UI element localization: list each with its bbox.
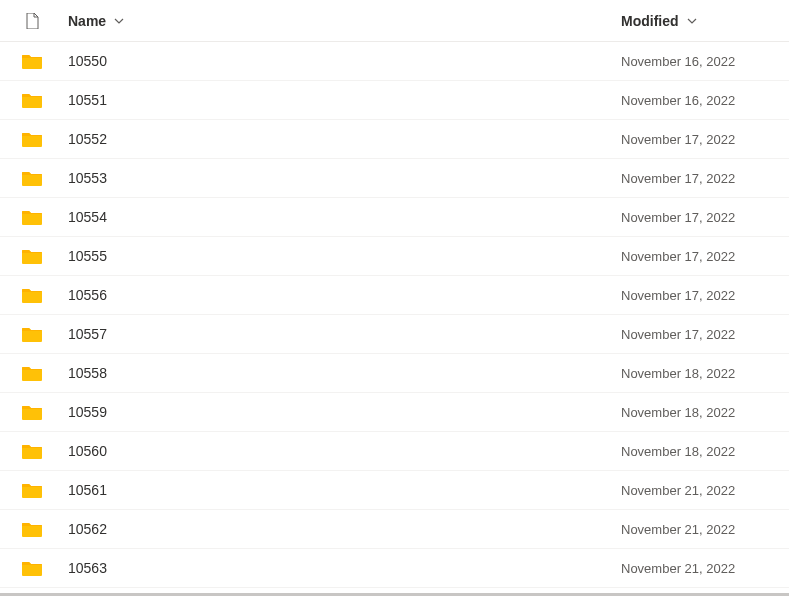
folder-name[interactable]: 10554 [56, 209, 621, 225]
folder-icon [8, 248, 56, 264]
modified-date: November 21, 2022 [621, 483, 781, 498]
folder-icon [8, 521, 56, 537]
table-row[interactable]: 10555November 17, 2022 [0, 237, 789, 276]
folder-icon [8, 404, 56, 420]
chevron-down-icon [687, 18, 697, 24]
folder-icon [8, 365, 56, 381]
folder-name[interactable]: 10560 [56, 443, 621, 459]
column-header-row: Name Modified [0, 0, 789, 42]
table-row[interactable]: 10562November 21, 2022 [0, 510, 789, 549]
folder-icon [8, 443, 56, 459]
folder-name[interactable]: 10556 [56, 287, 621, 303]
folder-name[interactable]: 10552 [56, 131, 621, 147]
table-row[interactable]: 10559November 18, 2022 [0, 393, 789, 432]
folder-icon [8, 482, 56, 498]
table-row[interactable]: 10561November 21, 2022 [0, 471, 789, 510]
modified-date: November 17, 2022 [621, 210, 781, 225]
modified-date: November 18, 2022 [621, 444, 781, 459]
folder-name[interactable]: 10550 [56, 53, 621, 69]
folder-icon [8, 209, 56, 225]
table-row[interactable]: 10551November 16, 2022 [0, 81, 789, 120]
table-row[interactable]: 10560November 18, 2022 [0, 432, 789, 471]
folder-name[interactable]: 10551 [56, 92, 621, 108]
modified-date: November 16, 2022 [621, 54, 781, 69]
modified-date: November 18, 2022 [621, 366, 781, 381]
folder-icon [8, 326, 56, 342]
file-list: 10550November 16, 2022 10551November 16,… [0, 42, 789, 588]
modified-date: November 17, 2022 [621, 132, 781, 147]
table-row[interactable]: 10558November 18, 2022 [0, 354, 789, 393]
column-header-modified-label: Modified [621, 13, 679, 29]
table-row[interactable]: 10553November 17, 2022 [0, 159, 789, 198]
folder-icon [8, 560, 56, 576]
folder-icon [8, 287, 56, 303]
folder-name[interactable]: 10555 [56, 248, 621, 264]
column-header-modified[interactable]: Modified [621, 13, 781, 29]
file-type-icon [25, 13, 39, 29]
folder-icon [8, 53, 56, 69]
folder-icon [8, 170, 56, 186]
folder-name[interactable]: 10553 [56, 170, 621, 186]
table-row[interactable]: 10552November 17, 2022 [0, 120, 789, 159]
modified-date: November 21, 2022 [621, 522, 781, 537]
folder-name[interactable]: 10557 [56, 326, 621, 342]
table-row[interactable]: 10550November 16, 2022 [0, 42, 789, 81]
chevron-down-icon [114, 18, 124, 24]
table-row[interactable]: 10554November 17, 2022 [0, 198, 789, 237]
folder-name[interactable]: 10562 [56, 521, 621, 537]
folder-name[interactable]: 10558 [56, 365, 621, 381]
table-row[interactable]: 10556November 17, 2022 [0, 276, 789, 315]
column-header-type[interactable] [8, 13, 56, 29]
folder-icon [8, 92, 56, 108]
modified-date: November 17, 2022 [621, 288, 781, 303]
folder-name[interactable]: 10563 [56, 560, 621, 576]
folder-icon [8, 131, 56, 147]
folder-name[interactable]: 10559 [56, 404, 621, 420]
modified-date: November 16, 2022 [621, 93, 781, 108]
modified-date: November 17, 2022 [621, 327, 781, 342]
column-header-name[interactable]: Name [56, 13, 621, 29]
modified-date: November 17, 2022 [621, 249, 781, 264]
modified-date: November 17, 2022 [621, 171, 781, 186]
modified-date: November 18, 2022 [621, 405, 781, 420]
modified-date: November 21, 2022 [621, 561, 781, 576]
column-header-name-label: Name [68, 13, 106, 29]
table-row[interactable]: 10563November 21, 2022 [0, 549, 789, 588]
table-row[interactable]: 10557November 17, 2022 [0, 315, 789, 354]
folder-name[interactable]: 10561 [56, 482, 621, 498]
